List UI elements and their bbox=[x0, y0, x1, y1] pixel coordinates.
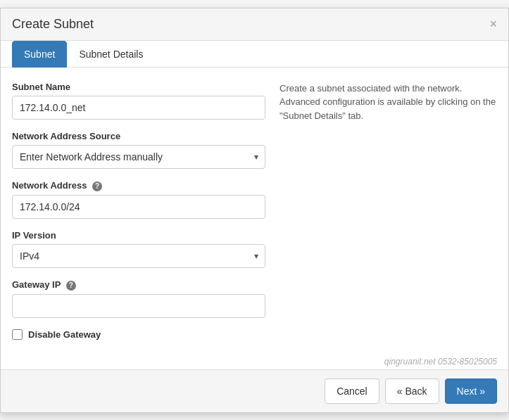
ip-version-label: IP Version bbox=[12, 230, 265, 241]
info-column: Create a subnet associated with the netw… bbox=[279, 82, 497, 340]
subnet-name-input[interactable] bbox=[12, 96, 265, 120]
disable-gateway-label[interactable]: Disable Gateway bbox=[28, 329, 101, 340]
gateway-ip-label: Gateway IP ? bbox=[12, 279, 265, 291]
tab-subnet-details[interactable]: Subnet Details bbox=[67, 41, 155, 68]
watermark: qingruanit.net 0532-85025005 bbox=[1, 354, 508, 369]
modal-body: Subnet Name Network Address Source Enter… bbox=[1, 68, 508, 354]
subnet-name-label: Subnet Name bbox=[12, 82, 265, 92]
network-address-group: Network Address ? bbox=[12, 180, 265, 219]
subnet-name-group: Subnet Name bbox=[12, 82, 265, 120]
gateway-ip-group: Gateway IP ? bbox=[12, 279, 265, 318]
cancel-button[interactable]: Cancel bbox=[325, 378, 379, 404]
form-column: Subnet Name Network Address Source Enter… bbox=[12, 82, 265, 340]
back-button[interactable]: « Back bbox=[385, 378, 439, 404]
ip-version-select[interactable]: IPv4 IPv6 bbox=[12, 244, 265, 268]
tab-subnet[interactable]: Subnet bbox=[12, 41, 67, 68]
info-text: Create a subnet associated with the netw… bbox=[279, 82, 497, 123]
network-address-source-select[interactable]: Enter Network Address manually bbox=[12, 145, 265, 169]
ip-version-group: IP Version IPv4 IPv6 bbox=[12, 230, 265, 268]
network-address-help-icon[interactable]: ? bbox=[92, 182, 102, 191]
gateway-ip-input[interactable] bbox=[12, 294, 265, 318]
ip-version-select-wrapper: IPv4 IPv6 bbox=[12, 244, 265, 268]
next-button[interactable]: Next » bbox=[445, 378, 497, 404]
network-address-source-label: Network Address Source bbox=[12, 131, 265, 141]
network-address-source-group: Network Address Source Enter Network Add… bbox=[12, 131, 265, 169]
create-subnet-modal: Create Subnet × Subnet Subnet Details Su… bbox=[0, 8, 509, 413]
tab-bar: Subnet Subnet Details bbox=[1, 41, 508, 68]
modal-footer: Cancel « Back Next » bbox=[1, 369, 508, 412]
modal-header: Create Subnet × bbox=[1, 8, 508, 41]
network-address-source-select-wrapper: Enter Network Address manually bbox=[12, 145, 265, 169]
close-button[interactable]: × bbox=[489, 18, 497, 30]
modal-title: Create Subnet bbox=[12, 17, 94, 32]
disable-gateway-row: Disable Gateway bbox=[12, 329, 265, 340]
disable-gateway-checkbox[interactable] bbox=[12, 329, 23, 340]
network-address-label: Network Address ? bbox=[12, 180, 265, 191]
gateway-ip-help-icon[interactable]: ? bbox=[66, 281, 76, 291]
network-address-input[interactable] bbox=[12, 195, 265, 219]
